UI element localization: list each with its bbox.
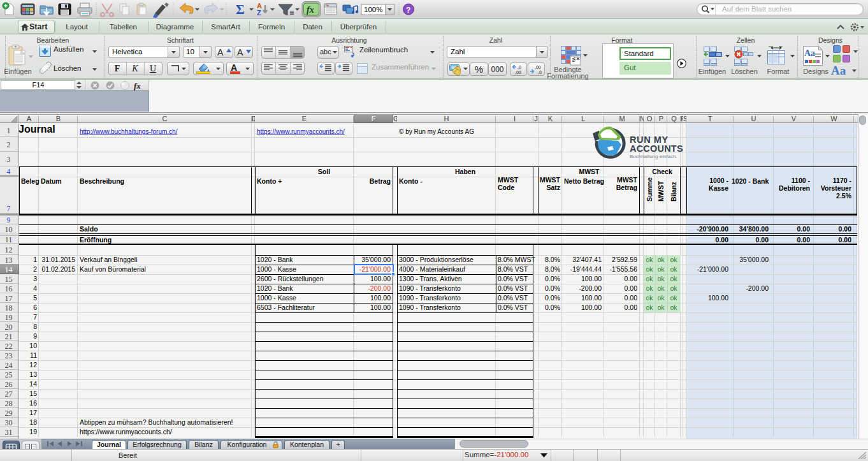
- svg-text:Buchhaltung einfach.: Buchhaltung einfach.: [630, 154, 677, 159]
- svg-text:100%: 100%: [364, 6, 382, 13]
- svg-text:Σ: Σ: [236, 2, 245, 17]
- svg-text:ACCOUNTS: ACCOUNTS: [630, 143, 683, 154]
- svg-text:,0: ,0: [517, 65, 521, 70]
- svg-text:?: ?: [406, 6, 410, 15]
- svg-text:fx: fx: [307, 5, 314, 15]
- svg-text:,00: ,00: [535, 65, 541, 70]
- svg-text:Aa: Aa: [804, 48, 815, 58]
- svg-text:fx: fx: [134, 81, 141, 91]
- svg-text:,00: ,00: [515, 70, 521, 75]
- svg-text:Z: Z: [257, 9, 261, 17]
- svg-text:,0: ,0: [538, 70, 542, 75]
